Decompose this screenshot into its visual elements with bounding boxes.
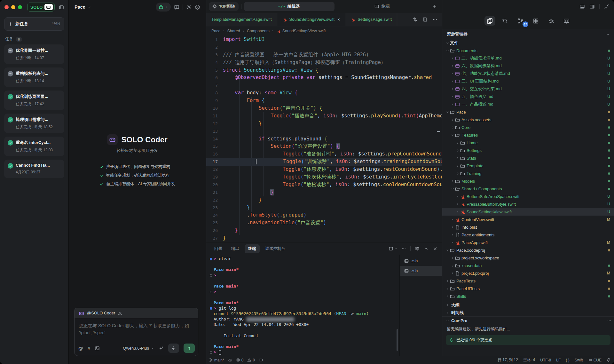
sidebar-toggle-icon[interactable] bbox=[59, 4, 64, 10]
tree-item[interactable]: Skills bbox=[442, 292, 614, 300]
code-line[interactable]: 19 Toggle("轮次休息读秒", isOn: $settings.inte… bbox=[206, 173, 442, 181]
more-icon[interactable] bbox=[432, 17, 437, 22]
more-icon[interactable] bbox=[401, 246, 406, 251]
panel-tab[interactable]: 问题 bbox=[211, 244, 226, 253]
task-card[interactable]: 优化界面一致性... 任务中断 · 14:07 bbox=[4, 44, 64, 64]
shell-item[interactable]: zsh bbox=[400, 266, 442, 276]
task-card[interactable]: 梳理项目需求与... 任务完成 · 昨天 18:52 bbox=[4, 114, 64, 133]
section-outline[interactable]: 大纲 bbox=[442, 301, 614, 309]
tree-item[interactable]: Pace bbox=[442, 108, 614, 116]
status-item[interactable]: main* bbox=[209, 358, 224, 362]
code-line[interactable]: 7 bbox=[206, 82, 442, 89]
more-icon[interactable] bbox=[605, 31, 610, 37]
task-card[interactable]: 重命名 interCycl... 任务完成 · 昨天 12:03 bbox=[4, 137, 64, 156]
sliders-icon[interactable] bbox=[415, 246, 420, 251]
chat-input[interactable] bbox=[79, 322, 193, 341]
solo-logo-badge[interactable]: SOLO bbox=[27, 3, 55, 12]
model-selector[interactable]: Qwen3.6-Plus bbox=[123, 346, 154, 351]
mention-button[interactable]: @ bbox=[78, 345, 83, 351]
project-switcher[interactable]: Pace bbox=[75, 4, 91, 10]
panel-tab[interactable]: 调试控制台 bbox=[262, 244, 289, 253]
toggle-secondary-sidebar-icon[interactable] bbox=[589, 4, 595, 9]
code-line[interactable]: 16 Toggle("准备倒计时", isOn: $settings.prepC… bbox=[206, 150, 442, 158]
compare-changes-icon[interactable] bbox=[413, 17, 418, 22]
tree-item[interactable]: 五、颜色语义.mdU bbox=[442, 93, 614, 100]
enhance-button[interactable] bbox=[159, 346, 164, 351]
window-minimize-button[interactable] bbox=[11, 5, 15, 9]
voice-input-button[interactable] bbox=[168, 344, 179, 353]
settings-button[interactable] bbox=[186, 4, 192, 10]
status-item[interactable]: 空格: 4 bbox=[523, 357, 535, 363]
new-task-button[interactable]: 新任务 ^⌘N bbox=[4, 17, 64, 31]
tree-item[interactable]: 二、功能需求清单.mdU bbox=[442, 54, 614, 62]
cue-status-bar[interactable]: 已处理 0/0 个变更点 bbox=[446, 335, 610, 345]
status-item[interactable]: 0 bbox=[247, 358, 255, 362]
tree-section-header[interactable]: 文件 bbox=[442, 39, 614, 47]
tree-item[interactable]: 四、交互设计约束.mdU bbox=[442, 85, 614, 93]
tree-item[interactable]: PaceTests bbox=[442, 277, 614, 285]
tree-item[interactable]: Template bbox=[442, 162, 614, 170]
code-line[interactable]: 10 Section("声音总开关") { bbox=[206, 105, 442, 112]
task-card[interactable]: Cannot Find Ha... 4月23日 09:27 bbox=[4, 160, 64, 178]
maximize-panel-icon[interactable] bbox=[424, 246, 429, 251]
tree-item[interactable]: Training bbox=[442, 170, 614, 177]
code-line[interactable]: 6 @ObservedObject private var settings =… bbox=[206, 74, 442, 82]
status-item[interactable]: UTF-8 bbox=[540, 358, 551, 362]
panel-tab[interactable]: 输出 bbox=[228, 244, 243, 253]
code-line[interactable]: 27} bbox=[206, 234, 442, 242]
task-card[interactable]: 优化训练页面显... 任务完成 · 17:42 bbox=[4, 91, 64, 110]
activity-debug[interactable] bbox=[546, 16, 557, 26]
attach-image-button[interactable] bbox=[95, 346, 100, 351]
panel-layout-button[interactable] bbox=[389, 246, 397, 251]
toggle-panel-icon[interactable] bbox=[579, 4, 585, 9]
code-line[interactable]: 9 Form { bbox=[206, 97, 442, 105]
send-button[interactable] bbox=[184, 344, 195, 353]
tree-item[interactable]: Core bbox=[442, 123, 614, 131]
breadcrumb-item[interactable]: Pace bbox=[211, 29, 221, 33]
code-line[interactable]: 24 .formStyle(.grouped) bbox=[206, 211, 442, 219]
status-item[interactable] bbox=[228, 358, 232, 362]
editor-tab[interactable]: TemplateManagementPage.swift bbox=[206, 13, 277, 26]
close-tab-icon[interactable]: × bbox=[337, 17, 340, 22]
tree-item[interactable]: PaceApp.swiftM bbox=[442, 239, 614, 246]
more-icon[interactable] bbox=[607, 318, 611, 323]
window-zoom-button[interactable] bbox=[18, 5, 22, 9]
code-line[interactable]: 3/// 声音设置视图 - 统一的声音设置组件 (Apple HIG 2026) bbox=[206, 51, 442, 59]
code-line[interactable]: 2 bbox=[206, 44, 442, 51]
terminal-scrollbar[interactable] bbox=[397, 329, 398, 351]
tree-item[interactable]: Settings bbox=[442, 146, 614, 154]
tree-item[interactable]: 三、UI 页面结构.mdU bbox=[442, 77, 614, 85]
tree-item[interactable]: Features bbox=[442, 131, 614, 139]
code-line[interactable]: 17 Toggle("训练读秒", isOn: $settings.traini… bbox=[206, 158, 442, 166]
tree-item[interactable]: PressableButtonStyle.swiftU bbox=[442, 200, 614, 208]
tree-item[interactable]: Stats bbox=[442, 154, 614, 162]
status-item[interactable]: 行 17, 列 12 bbox=[498, 357, 518, 363]
status-item[interactable]: Swift bbox=[575, 358, 583, 362]
task-card[interactable]: 重构模板列表与... 任务中断 · 13:14 bbox=[4, 67, 64, 87]
breadcrumb-item[interactable]: Components bbox=[247, 29, 270, 33]
tree-item[interactable]: project.xcworkspace bbox=[442, 254, 614, 262]
activity-remote[interactable] bbox=[561, 16, 572, 26]
code-editor[interactable]: 1import SwiftUI23/// 声音设置视图 - 统一的声音设置组件 … bbox=[206, 36, 442, 242]
code-line[interactable]: 1import SwiftUI bbox=[206, 36, 442, 44]
breadcrumb-item[interactable]: SoundSettingsView.swift bbox=[282, 29, 326, 33]
code-line[interactable]: 15 Section("阶段声音设置") { bbox=[206, 143, 442, 150]
tree-item[interactable]: 六、数据同步架构.mdU bbox=[442, 62, 614, 70]
workspace-tab-editor[interactable]: </> 编辑器 bbox=[244, 2, 335, 11]
tree-item[interactable]: ContentView.swiftM bbox=[442, 216, 614, 223]
tree-item[interactable]: Home bbox=[442, 139, 614, 146]
rewards-button[interactable] bbox=[156, 3, 171, 12]
code-line[interactable]: 4/// 适用于导航推入（SettingsPage）和模态弹窗（Training… bbox=[206, 59, 442, 67]
tree-item[interactable]: Shared / Components bbox=[442, 185, 614, 193]
status-item[interactable]: LF bbox=[556, 358, 561, 362]
activity-search[interactable] bbox=[500, 16, 511, 26]
terminal-output[interactable]: > clearPace main*>Pace main*>Pace main*>… bbox=[206, 256, 399, 356]
tree-item[interactable]: BottomSafeAreaSpacer.swiftU bbox=[442, 193, 614, 200]
section-timeline[interactable]: 时间线 bbox=[442, 309, 614, 316]
add-workspace-tab-button[interactable] bbox=[430, 4, 439, 9]
chat-mention-chip[interactable]: @SOLO Coder bbox=[74, 308, 198, 318]
tree-item[interactable]: 一、产品概述.mdU bbox=[442, 100, 614, 108]
status-item[interactable]: { } bbox=[566, 358, 569, 362]
tree-item[interactable]: Models bbox=[442, 177, 614, 185]
tree-item[interactable]: Documents bbox=[442, 47, 614, 54]
